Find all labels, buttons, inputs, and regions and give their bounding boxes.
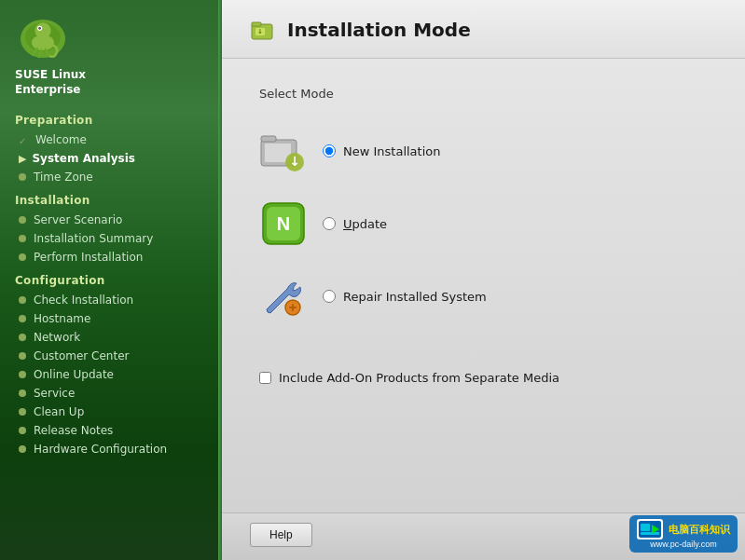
main-panel: ↓ Installation Mode Select Mode ↓ xyxy=(222,0,745,560)
help-button[interactable]: Help xyxy=(250,523,312,547)
bullet-icon xyxy=(19,315,26,322)
bullet-icon xyxy=(19,235,26,242)
sidebar-item-label: Time Zone xyxy=(34,171,93,184)
bullet-icon xyxy=(19,352,26,360)
bullet-icon xyxy=(19,408,26,416)
sidebar-item-time-zone[interactable]: Time Zone xyxy=(0,168,222,186)
update-icon: N xyxy=(259,199,308,248)
new-install-icon: ↓ xyxy=(259,127,308,175)
brand-name: SUSE Linux Enterprise xyxy=(15,68,86,97)
addon-checkbox[interactable] xyxy=(259,372,271,384)
bullet-icon xyxy=(19,389,26,397)
svg-rect-15 xyxy=(261,136,276,142)
select-mode-label: Select Mode xyxy=(259,87,708,101)
watermark-url: www.pc-daily.com xyxy=(650,540,716,549)
main-header: ↓ Installation Mode xyxy=(222,0,745,59)
sidebar-item-service[interactable]: Service xyxy=(0,384,222,403)
suse-logo xyxy=(15,13,71,64)
new-install-radio[interactable] xyxy=(323,144,336,157)
sidebar-item-check-installation[interactable]: Check Installation xyxy=(0,291,222,309)
sidebar-item-label: Hostname xyxy=(34,312,90,325)
sidebar-item-release-notes[interactable]: Release Notes xyxy=(0,421,222,440)
bullet-icon xyxy=(19,253,26,261)
watermark-text: 电脑百科知识 xyxy=(669,523,730,537)
svg-rect-25 xyxy=(641,532,659,535)
sidebar-item-hardware-configuration[interactable]: Hardware Configuration xyxy=(0,440,222,458)
sidebar-item-label: Release Notes xyxy=(34,424,113,437)
svg-point-5 xyxy=(38,27,41,30)
sidebar-item-label: Customer Center xyxy=(34,349,130,362)
addon-row: Include Add-On Products from Separate Me… xyxy=(259,365,708,390)
sidebar-item-label: Network xyxy=(34,331,80,344)
sidebar-item-label: Welcome xyxy=(35,133,87,146)
sidebar-item-system-analysis[interactable]: ▶ System Analysis xyxy=(0,149,222,168)
sidebar-item-server-scenario[interactable]: Server Scenario xyxy=(0,211,222,229)
repair-radio[interactable] xyxy=(323,290,336,303)
bullet-icon xyxy=(19,371,26,378)
bullet-icon xyxy=(19,216,26,224)
sidebar-item-welcome[interactable]: ✓ Welcome xyxy=(0,130,222,149)
bullet-icon xyxy=(19,445,26,453)
svg-point-3 xyxy=(32,34,54,50)
sidebar-item-label: Service xyxy=(34,387,75,400)
mode-options: ↓ New Installation N xyxy=(259,119,708,328)
bullet-icon xyxy=(19,334,26,341)
repair-icon xyxy=(259,272,308,321)
mode-option-repair: Repair Installed System xyxy=(259,265,708,328)
sidebar-item-label: Clean Up xyxy=(34,405,84,418)
sidebar-item-clean-up[interactable]: Clean Up xyxy=(0,403,222,421)
sidebar-item-label: System Analysis xyxy=(32,152,134,165)
update-label: Update xyxy=(343,217,387,231)
addon-label[interactable]: Include Add-On Products from Separate Me… xyxy=(279,371,559,385)
repair-radio-label[interactable]: Repair Installed System xyxy=(323,290,487,304)
new-install-label: New Installation xyxy=(343,144,441,158)
svg-rect-11 xyxy=(252,22,261,26)
repair-label: Repair Installed System xyxy=(343,290,487,304)
section-configuration: Configuration xyxy=(0,266,222,291)
main-content: Select Mode ↓ New I xyxy=(222,59,745,512)
update-radio-label[interactable]: Update xyxy=(323,217,387,231)
installation-mode-icon: ↓ xyxy=(250,17,276,43)
svg-text:↓: ↓ xyxy=(289,154,300,169)
svg-text:↓: ↓ xyxy=(257,28,263,35)
watermark-top: 电脑百科知识 xyxy=(637,519,730,540)
watermark-logo-icon xyxy=(637,519,663,540)
mode-option-update: N Update xyxy=(259,192,708,255)
sidebar-item-network[interactable]: Network xyxy=(0,328,222,347)
page-title: Installation Mode xyxy=(287,19,471,41)
svg-text:N: N xyxy=(277,213,290,234)
check-icon: ✓ xyxy=(19,136,30,143)
sidebar-item-perform-installation[interactable]: Perform Installation xyxy=(0,248,222,266)
svg-rect-24 xyxy=(641,524,650,531)
section-preparation: Preparation xyxy=(0,106,222,130)
sidebar-item-customer-center[interactable]: Customer Center xyxy=(0,347,222,365)
sidebar-item-label: Online Update xyxy=(34,368,114,381)
watermark: 电脑百科知识 www.pc-daily.com xyxy=(629,515,738,553)
new-install-radio-label[interactable]: New Installation xyxy=(323,144,441,158)
sidebar-logo: SUSE Linux Enterprise xyxy=(0,0,222,106)
sidebar-item-hostname[interactable]: Hostname xyxy=(0,309,222,328)
section-installation: Installation xyxy=(0,186,222,211)
sidebar-item-label: Hardware Configuration xyxy=(34,443,167,456)
sidebar-item-label: Installation Summary xyxy=(34,232,153,245)
update-radio[interactable] xyxy=(323,217,336,230)
bullet-icon xyxy=(19,427,26,434)
sidebar-item-online-update[interactable]: Online Update xyxy=(0,365,222,384)
sidebar: SUSE Linux Enterprise Preparation ✓ Welc… xyxy=(0,0,222,560)
sidebar-item-label: Server Scenario xyxy=(34,213,122,226)
arrow-icon: ▶ xyxy=(19,153,26,165)
svg-point-6 xyxy=(39,27,40,28)
sidebar-item-installation-summary[interactable]: Installation Summary xyxy=(0,229,222,248)
sidebar-item-label: Perform Installation xyxy=(34,251,143,264)
bullet-icon xyxy=(19,173,26,181)
bullet-icon xyxy=(19,296,26,304)
sidebar-item-label: Check Installation xyxy=(34,294,133,307)
mode-option-new-install: ↓ New Installation xyxy=(259,119,708,183)
